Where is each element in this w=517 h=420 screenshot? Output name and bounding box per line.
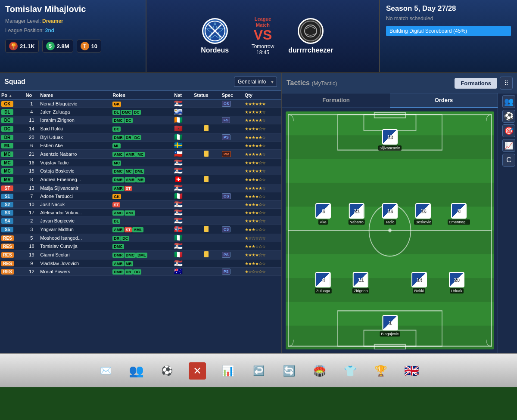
pos-badge: RES bbox=[1, 244, 14, 249]
cell-roles: DMRDRDC bbox=[111, 268, 173, 276]
squad-scroll[interactable]: Po ▲ No Name Roles Nat Status Spec Qty G… bbox=[0, 91, 281, 276]
cell-spec: OS bbox=[221, 100, 243, 108]
formations-button[interactable]: Formations bbox=[455, 78, 497, 89]
tab-orders[interactable]: Orders bbox=[390, 93, 498, 108]
nav-ball[interactable]: ⚽ bbox=[155, 358, 179, 384]
table-row[interactable]: GK 1 Nenad Blagojevic GK 🇷🇸 OS ★★★★★★ bbox=[0, 100, 281, 108]
cell-nat: 🇺🇾 bbox=[173, 108, 193, 116]
role-tag: AMC bbox=[112, 210, 124, 216]
spec-badge: PS bbox=[222, 252, 230, 258]
right-icon-4[interactable]: 📈 bbox=[502, 139, 515, 152]
player-token[interactable]: 21 Nabarro bbox=[348, 203, 365, 225]
role-tag: DMR bbox=[112, 177, 124, 182]
player-token[interactable]: 1 Blagojevic bbox=[380, 315, 400, 337]
table-row[interactable]: S1 7 Adone Tarducci GK 🇮🇹 OS ★★★★☆☆ bbox=[0, 192, 281, 201]
nav-language[interactable]: 🇬🇧 bbox=[400, 358, 424, 384]
stars: ★★★★☆☆ bbox=[245, 210, 265, 215]
role-tag: DMC bbox=[112, 244, 124, 249]
table-row[interactable]: RES 19 Gianni Scolari DMRDMCDML 🇮🇹 PS ★★… bbox=[0, 250, 281, 259]
cell-nat: 🇷🇸 bbox=[173, 259, 193, 268]
table-row[interactable]: MC 21 Asentzio Nabarro AMCAMRMC 🇨🇱 PM ★★… bbox=[0, 150, 281, 159]
nav-kit[interactable]: 👕 bbox=[339, 358, 362, 384]
general-info-dropdown[interactable]: General info Skills Attributes bbox=[234, 77, 277, 87]
nav-stats[interactable]: 📊 bbox=[216, 358, 240, 384]
nav-tactics[interactable]: ✕ bbox=[186, 358, 209, 384]
table-row[interactable]: DR 20 Biyi Uduak DMRDRDC 🇳🇬 PS ★★★★★☆ bbox=[0, 133, 281, 142]
player-token[interactable]: 8 Emenneg... bbox=[448, 203, 470, 225]
player-name-label: Uduak bbox=[450, 288, 464, 293]
cell-name: Josif Nacuk bbox=[39, 201, 111, 209]
match-type: LeagueMatch bbox=[255, 16, 271, 28]
pos-badge: DL bbox=[1, 109, 13, 115]
table-row[interactable]: S2 10 Josif Nacuk ST 🇷🇸 ★★★★☆☆ bbox=[0, 201, 281, 209]
right-icon-5[interactable]: C bbox=[502, 154, 515, 167]
table-row[interactable]: RES 9 Vladislav Jovovich AMRMR 🇷🇸 ★★★★☆☆ bbox=[0, 259, 281, 268]
tactics-main: Formation Orders bbox=[282, 93, 498, 353]
stats-icon: 📊 bbox=[219, 362, 237, 380]
table-row[interactable]: S4 2 Jovan Bogicevic DL 🇷🇸 ★★★★☆☆ bbox=[0, 217, 281, 225]
table-row[interactable]: DC 14 Said Rokki DC 🇲🇦 ★★★★☆☆ bbox=[0, 124, 281, 133]
status-yellow bbox=[204, 151, 209, 157]
table-row[interactable]: DL 4 Julen Zuluaga DLDMCDC 🇺🇾 ★★★★★☆ bbox=[0, 108, 281, 116]
player-number: 6 bbox=[322, 208, 324, 213]
nav-stadium[interactable]: 🏟️ bbox=[308, 358, 332, 384]
table-row[interactable]: RES 5 Moshood Isanged... DRDC 🇳🇬 ★☆☆☆☆☆ bbox=[0, 234, 281, 242]
right-icon-3[interactable]: 🎯 bbox=[502, 124, 515, 137]
role-tag: DC bbox=[133, 110, 141, 115]
pos-badge: ML bbox=[1, 143, 13, 148]
table-row[interactable]: RES 12 Morial Powers DMRDRDC 🇦🇺 PS ★☆☆☆☆… bbox=[0, 268, 281, 276]
nav-cup[interactable]: 🏆 bbox=[369, 358, 393, 384]
cell-pos: MC bbox=[0, 150, 25, 159]
nav-back[interactable]: ↩️ bbox=[247, 358, 271, 384]
flag: 🇷🇸 bbox=[174, 260, 184, 266]
player-shirt: 4 bbox=[315, 272, 331, 287]
cell-pos: S2 bbox=[0, 201, 25, 209]
trophy-value: 21.1K bbox=[20, 43, 35, 49]
table-row[interactable]: ML 6 Esben Ake ML 🇸🇪 ★★★★★☆ bbox=[0, 142, 281, 150]
cell-status bbox=[193, 159, 221, 167]
right-icon-1[interactable]: 👥 bbox=[502, 95, 515, 108]
table-row[interactable]: RES 18 Tomislav Curuvija DMC 🇷🇸 ★★★☆☆☆ bbox=[0, 242, 281, 250]
player-token[interactable]: 11 Zirignon bbox=[352, 272, 369, 293]
general-info-wrapper[interactable]: General info Skills Attributes bbox=[234, 77, 277, 87]
player-token[interactable]: 6 Ake bbox=[315, 203, 331, 225]
right-icon-2[interactable]: ⚽ bbox=[502, 110, 515, 123]
table-row[interactable]: S3 17 Aleksandar Vukov... AMCAML 🇷🇸 ★★★★… bbox=[0, 209, 281, 217]
nav-mail[interactable]: ✉️ bbox=[94, 358, 118, 384]
cell-roles: MC bbox=[111, 159, 173, 167]
cell-nat: 🇸🇪 bbox=[173, 142, 193, 150]
cell-pos: S1 bbox=[0, 192, 25, 201]
player-token[interactable]: 13 Sljivancanin bbox=[378, 129, 402, 151]
stars: ★★★★☆☆ bbox=[245, 161, 265, 165]
tab-formation[interactable]: Formation bbox=[282, 93, 390, 108]
trophy-icon: 🏆 bbox=[9, 42, 18, 50]
spec-badge: PS bbox=[222, 269, 230, 275]
table-row[interactable]: ST 13 Matija Sljivancanir AMRST 🇷🇸 ★★★★★… bbox=[0, 184, 281, 192]
player-token[interactable]: 16 Tadic bbox=[382, 203, 398, 225]
table-row[interactable]: MC 16 Vojislav Tadic MC 🇷🇸 ★★★★☆☆ bbox=[0, 159, 281, 167]
player-shirt: 16 bbox=[382, 203, 398, 219]
table-row[interactable]: MR 8 Andrea Emenneg... DMRAMRMR 🇨🇭 ★★★★☆… bbox=[0, 175, 281, 184]
table-row[interactable]: S5 3 Yngvarr Midttun AMRSTAML 🇳🇴 CS ★★★☆… bbox=[0, 225, 281, 234]
player-number: 14 bbox=[417, 277, 422, 282]
nav-transfer[interactable]: 🔄 bbox=[277, 358, 301, 384]
tactics-extra-icon[interactable]: ⠿ bbox=[500, 77, 513, 90]
cell-status bbox=[193, 184, 221, 192]
player-token[interactable]: 20 Uduak bbox=[449, 272, 464, 293]
player-token[interactable]: 4 Zuluaga bbox=[315, 272, 332, 293]
flag: 🇷🇸 bbox=[174, 210, 184, 216]
cell-nat: 🇳🇬 bbox=[173, 234, 193, 242]
cell-nat: 🇷🇸 bbox=[173, 209, 193, 217]
cell-qty: ★★★★☆☆ bbox=[243, 159, 281, 167]
player-token[interactable]: 15 Boskovic bbox=[414, 203, 432, 225]
table-row[interactable]: MC 15 Ostoja Boskovic DMCMCDML 🇷🇸 ★★★★★☆ bbox=[0, 167, 281, 175]
nav-squad[interactable]: 👥 bbox=[125, 358, 148, 384]
cell-nat: 🇨🇭 bbox=[173, 175, 193, 184]
cell-name: Biyi Uduak bbox=[39, 133, 111, 142]
table-row[interactable]: DC 11 Ibrahim Zirignon DMCDC 🇨🇮 FS ★★★★★… bbox=[0, 116, 281, 124]
player-token[interactable]: 14 Rokki bbox=[411, 272, 427, 293]
tactics-nav-icon: ✕ bbox=[189, 362, 206, 380]
player-number: 8 bbox=[458, 208, 460, 213]
flag: 🇨🇭 bbox=[174, 176, 184, 182]
flag: 🇸🇪 bbox=[174, 142, 184, 148]
